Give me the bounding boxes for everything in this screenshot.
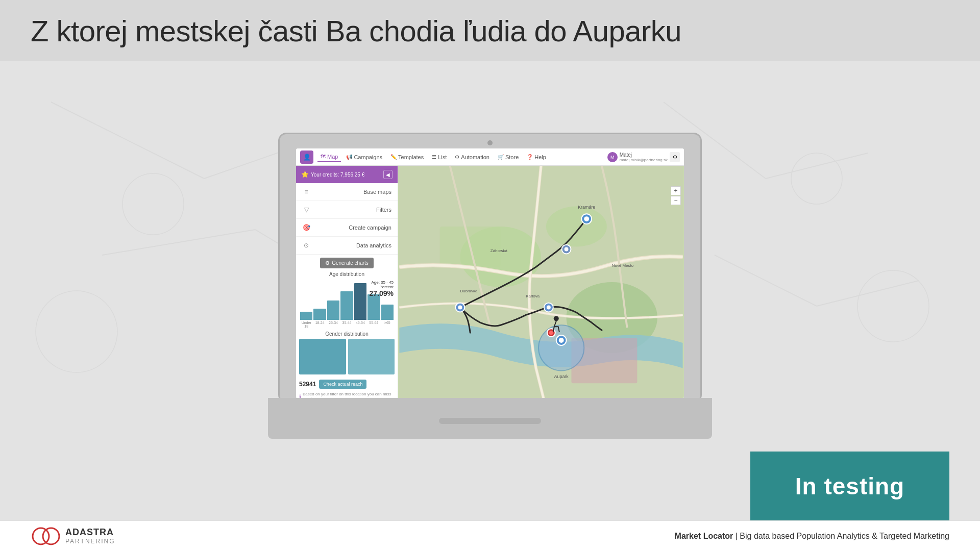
basemaps-label: Base maps <box>314 189 391 195</box>
basemaps-icon: ≡ <box>302 188 310 196</box>
help-icon: ❓ <box>527 154 533 160</box>
credits-icon: ⭐ <box>301 171 309 178</box>
credits-bar: ⭐ Your credits: 7,956.25 € ◀ <box>296 166 398 183</box>
campaign-label: Create campaign <box>314 224 391 231</box>
footer: ADASTRA Partnering Market Locator | Big … <box>0 520 980 551</box>
sidebar-item-analytics[interactable]: ⊙ Data analytics <box>296 237 398 255</box>
map-background: Kramáre Záhorská Nové Mesto Dúbravka Kar… <box>398 166 684 398</box>
in-testing-badge: In testing <box>750 452 949 520</box>
age-bar-4 <box>340 291 353 320</box>
svg-point-32 <box>554 316 559 321</box>
gender-chart-title: Gender distribution <box>299 331 395 337</box>
sidebar: ⭐ Your credits: 7,956.25 € ◀ ≡ Base maps <box>296 166 398 398</box>
filters-icon: ▽ <box>302 206 310 214</box>
svg-point-31 <box>549 331 553 335</box>
zoom-out-button[interactable]: − <box>671 196 681 205</box>
templates-icon: ✏️ <box>390 154 397 160</box>
gender-bar-female <box>348 339 395 374</box>
user-email: matej.misik@partnering.sk <box>620 158 668 162</box>
logo-symbol <box>31 523 61 549</box>
app-body: ⭐ Your credits: 7,956.25 € ◀ ≡ Base maps <box>296 166 684 398</box>
age-distribution-chart: Age: 35 - 45 Percent 27.09% <box>299 279 395 320</box>
nav-item-list[interactable]: ☰ List <box>429 153 450 162</box>
sidebar-item-filters[interactable]: ▽ Filters <box>296 201 398 219</box>
svg-text:Záhorská: Záhorská <box>491 248 508 253</box>
sidebar-menu: ≡ Base maps ▽ Filters 🎯 Create campaign <box>296 183 398 255</box>
laptop-hinge <box>439 418 541 424</box>
age-bar-2 <box>313 309 326 320</box>
gender-bar-male <box>299 339 346 374</box>
page-title: Z ktorej mestskej časti Ba chodia ľudia … <box>31 14 681 48</box>
brand-name: ADASTRA <box>65 527 115 538</box>
analytics-section: ⚙ Generate charts Age distribution <box>296 255 398 398</box>
user-details: Matej matej.misik@partnering.sk <box>620 152 668 162</box>
age-chart-title: Age distribution <box>299 271 395 277</box>
list-icon: ☰ <box>432 154 436 160</box>
sidebar-item-create-campaign[interactable]: 🎯 Create campaign <box>296 219 398 237</box>
laptop-base <box>268 398 712 439</box>
store-icon: 🛒 <box>498 154 504 160</box>
filters-label: Filters <box>314 207 391 213</box>
reach-note: ℹ Based on your filter on this location … <box>299 391 395 398</box>
check-reach-button[interactable]: Check actual reach <box>319 380 366 389</box>
age-bar-5-highlighted <box>354 283 366 320</box>
nav-item-map[interactable]: 🗺 Map <box>317 152 341 162</box>
footer-tagline: Market Locator | Big data based Populati… <box>675 532 949 541</box>
nav-item-campaigns[interactable]: 📢 Campaigns <box>343 153 385 162</box>
generate-charts-button[interactable]: ⚙ Generate charts <box>320 258 374 268</box>
map-icon: 🗺 <box>321 154 326 159</box>
reach-number: 52941 <box>299 381 316 388</box>
automation-icon: ⚙ <box>455 154 459 160</box>
analytics-icon: ⊙ <box>302 241 310 249</box>
age-tooltip: Age: 35 - 45 Percent 27.09% <box>370 280 394 297</box>
tagline-rest: | Big data based Population Analytics & … <box>733 532 949 540</box>
svg-point-15 <box>546 206 607 246</box>
age-bar-6 <box>368 294 380 320</box>
svg-text:Nové Mesto: Nové Mesto <box>612 263 634 268</box>
nav-item-store[interactable]: 🛒 Store <box>495 153 522 162</box>
svg-point-27 <box>538 325 584 370</box>
svg-point-26 <box>565 247 569 252</box>
svg-point-40 <box>43 528 59 544</box>
nav-user-icon: 👤 <box>300 151 313 164</box>
svg-text:Kramáre: Kramáre <box>578 205 595 210</box>
svg-text:Dúbravka: Dúbravka <box>460 289 477 293</box>
svg-point-39 <box>33 528 49 544</box>
zoom-in-button[interactable]: + <box>671 186 681 195</box>
in-testing-label: In testing <box>795 472 904 500</box>
credits-label: Your credits: 7,956.25 € <box>311 172 364 178</box>
gender-distribution-chart <box>299 339 395 374</box>
svg-text:Aupark: Aupark <box>554 374 569 379</box>
nav-user-info: M Matej matej.misik@partnering.sk <box>607 152 668 162</box>
age-bar-1 <box>300 312 312 320</box>
age-percent-value: 27.09% <box>370 289 394 297</box>
zoom-controls: + − <box>671 186 681 205</box>
user-avatar: M <box>607 152 618 162</box>
laptop-camera <box>487 140 493 145</box>
age-bar-7 <box>381 305 394 320</box>
tagline-bold: Market Locator <box>675 532 733 540</box>
svg-text:Karlova: Karlova <box>526 294 540 298</box>
nav-item-automation[interactable]: ⚙ Automation <box>452 153 493 162</box>
header: Z ktorej mestskej časti Ba chodia ľudia … <box>0 0 980 61</box>
app-screen: 👤 🗺 Map 📢 Campaigns ✏️ Templates ☰ <box>296 148 684 398</box>
collapse-button[interactable]: ◀ <box>383 170 393 179</box>
age-bar-3 <box>327 300 339 320</box>
settings-button[interactable]: ⚙ <box>670 152 680 162</box>
app-navbar: 👤 🗺 Map 📢 Campaigns ✏️ Templates ☰ <box>296 148 684 166</box>
brand-logo: ADASTRA Partnering <box>31 523 115 549</box>
age-labels: Under 18 18-24 25-34 35-44 45-54 55-64 >… <box>299 321 395 328</box>
laptop-screen-frame: 👤 🗺 Map 📢 Campaigns ✏️ Templates ☰ <box>278 133 702 403</box>
nav-item-templates[interactable]: ✏️ Templates <box>387 153 427 162</box>
sidebar-item-basemaps[interactable]: ≡ Base maps <box>296 183 398 201</box>
laptop-frame: 👤 🗺 Map 📢 Campaigns ✏️ Templates ☰ <box>268 133 712 439</box>
gear-icon: ⚙ <box>325 260 330 266</box>
reach-row: 52941 Check actual reach <box>299 378 395 391</box>
svg-point-20 <box>584 216 589 221</box>
brand-sub: Partnering <box>65 538 115 545</box>
map-svg: Kramáre Záhorská Nové Mesto Dúbravka Kar… <box>398 166 684 398</box>
svg-point-24 <box>547 306 551 310</box>
campaigns-icon: 📢 <box>346 154 352 160</box>
campaign-icon: 🎯 <box>302 223 310 232</box>
nav-item-help[interactable]: ❓ Help <box>524 153 549 162</box>
